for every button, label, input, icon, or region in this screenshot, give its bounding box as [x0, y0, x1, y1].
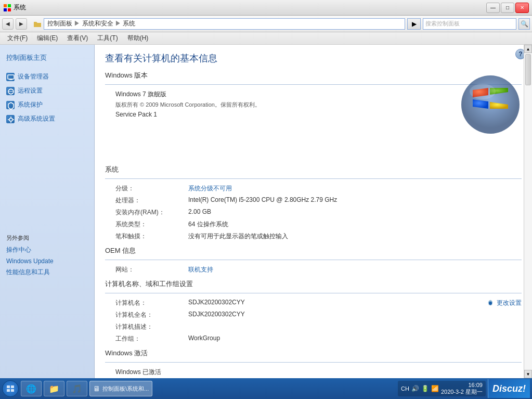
- change-settings-label: 更改设置: [497, 299, 522, 307]
- os-type-value: 64 位操作系统: [188, 220, 522, 229]
- address-box[interactable]: 控制面板 ▶ 系统和安全 ▶ 系统: [44, 18, 405, 30]
- also-see-title: 另外参阅: [0, 232, 94, 244]
- rating-row: 分级： 系统分级不可用: [105, 184, 522, 193]
- menu-tools[interactable]: 工具(T): [93, 33, 122, 44]
- svg-rect-19: [11, 385, 14, 388]
- language-indicator[interactable]: CH: [401, 385, 409, 392]
- svg-point-14: [470, 84, 496, 99]
- title-bar: 系统 — □ ✕: [0, 0, 532, 16]
- device-manager-label: 设备管理器: [18, 72, 49, 81]
- main-container: 控制面板主页 设备管理器: [0, 45, 532, 378]
- window-icon: [3, 4, 11, 12]
- computer-name-value: SDJK20200302CYY: [188, 299, 486, 306]
- media-icon: 🎵: [72, 384, 82, 394]
- title-bar-title: 系统: [14, 3, 26, 12]
- svg-point-17: [6, 384, 15, 393]
- content-area: ?: [95, 45, 532, 378]
- computer-name-label: 计算机名：: [105, 299, 188, 307]
- svg-rect-0: [4, 4, 7, 7]
- back-button[interactable]: ◀: [2, 18, 14, 30]
- system-protection-label: 系统保护: [18, 100, 43, 109]
- change-settings-button[interactable]: 更改设置: [486, 299, 522, 307]
- menu-view[interactable]: 查看(V): [63, 33, 92, 44]
- windows-update-link[interactable]: Windows Update: [0, 256, 94, 266]
- advanced-label: 高级系统设置: [18, 114, 55, 123]
- taskbar-media[interactable]: 🎵: [67, 381, 87, 396]
- close-button[interactable]: ✕: [515, 3, 529, 13]
- sidebar-item-advanced[interactable]: 高级系统设置: [0, 112, 94, 126]
- pen-touch-row: 笔和触摸： 没有可用于此显示器的笔或触控输入: [105, 232, 522, 241]
- minimize-button[interactable]: —: [486, 3, 500, 13]
- svg-rect-5: [9, 79, 12, 80]
- scrollbar[interactable]: ▲ ▼: [524, 45, 532, 378]
- taskbar-ie[interactable]: 🌐: [21, 381, 42, 396]
- sidebar-main-link[interactable]: 控制面板主页: [0, 50, 94, 66]
- windows-logo: [459, 73, 522, 136]
- sidebar-item-device-manager[interactable]: 设备管理器: [0, 70, 94, 84]
- svg-rect-2: [4, 8, 7, 11]
- computer-desc-label: 计算机描述：: [105, 323, 188, 331]
- processor-row: 处理器： Intel(R) Core(TM) i5-2300 CPU @ 2.8…: [105, 196, 522, 205]
- search-box[interactable]: 搜索控制面板: [423, 18, 516, 30]
- menu-help[interactable]: 帮助(H): [123, 33, 153, 44]
- workgroup-row: 工作组： WorkGroup: [105, 334, 522, 343]
- menu-file[interactable]: 文件(F): [3, 33, 32, 44]
- taskbar-tray: CH 🔊 🔋 📶 16:09 2020-3-2 星期一: [398, 381, 486, 396]
- divider-5: [105, 362, 522, 363]
- computer-name-row: 计算机名： SDJK20200302CYY 更改设置: [105, 299, 522, 307]
- svg-rect-20: [7, 389, 10, 392]
- page-title: 查看有关计算机的基本信息: [105, 52, 522, 65]
- ie-icon: 🌐: [26, 384, 36, 394]
- scroll-up-arrow[interactable]: ▲: [524, 45, 532, 53]
- computer-full-row: 计算机全名： SDJK20200302CYY: [105, 311, 522, 319]
- network-icon[interactable]: 📶: [431, 385, 439, 392]
- svg-rect-4: [8, 75, 14, 79]
- sidebar-item-system-protection[interactable]: 系统保护: [0, 98, 94, 112]
- scroll-down-arrow[interactable]: ▼: [524, 370, 532, 378]
- taskbar-control-panel-label: 控制面板\系统和...: [102, 385, 149, 393]
- system-protection-icon: [6, 101, 15, 109]
- workgroup-value: WorkGroup: [188, 334, 522, 342]
- website-value[interactable]: 联机支持: [188, 265, 522, 274]
- taskbar-explorer[interactable]: 📁: [44, 381, 64, 396]
- go-button[interactable]: ▶: [407, 18, 421, 30]
- performance-link[interactable]: 性能信息和工具: [0, 266, 94, 278]
- sidebar-item-remote[interactable]: 远程设置: [0, 84, 94, 98]
- computer-desc-row: 计算机描述：: [105, 323, 522, 331]
- scroll-thumb[interactable]: [525, 54, 531, 85]
- clock-time: 16:09: [441, 382, 483, 388]
- divider-3: [105, 260, 522, 260]
- windows-logo-container: [459, 73, 522, 137]
- system-title: 系统: [105, 165, 522, 174]
- forward-button[interactable]: ▶: [16, 18, 27, 30]
- divider-4: [105, 293, 522, 293]
- title-bar-left: 系统: [3, 3, 26, 12]
- start-button[interactable]: [2, 380, 19, 397]
- activation-title: Windows 激活: [105, 349, 522, 358]
- address-text: 控制面板 ▶ 系统和安全 ▶ 系统: [47, 19, 135, 28]
- battery-icon[interactable]: 🔋: [421, 385, 429, 392]
- scroll-track[interactable]: [524, 53, 532, 370]
- processor-value: Intel(R) Core(TM) i5-2300 CPU @ 2.80GHz …: [188, 196, 522, 203]
- control-panel-icon: 🖥: [93, 384, 100, 393]
- svg-rect-21: [11, 389, 14, 392]
- search-button[interactable]: 🔍: [518, 18, 530, 30]
- svg-point-8: [9, 118, 12, 121]
- action-center-link[interactable]: 操作中心: [0, 244, 94, 256]
- rating-value[interactable]: 系统分级不可用: [188, 184, 522, 193]
- website-label: 网站：: [105, 265, 188, 274]
- sidebar-also-see: 另外参阅 操作中心 Windows Update 性能信息和工具: [0, 230, 94, 280]
- svg-rect-1: [8, 4, 11, 7]
- activation-status: Windows 已激活: [105, 368, 522, 377]
- maximize-button[interactable]: □: [501, 3, 514, 13]
- sidebar-nav-section: 设备管理器 远程设置: [0, 70, 94, 126]
- menu-bar: 文件(F) 编辑(E) 查看(V) 工具(T) 帮助(H): [0, 32, 532, 45]
- explorer-icon: 📁: [49, 384, 59, 394]
- folder-icon: [33, 20, 42, 28]
- volume-icon[interactable]: 🔊: [411, 385, 419, 392]
- menu-edit[interactable]: 编辑(E): [33, 33, 62, 44]
- discuz-text: Discuz!: [492, 383, 526, 394]
- taskbar-control-panel[interactable]: 🖥 控制面板\系统和...: [89, 381, 152, 396]
- gear-icon: [486, 299, 495, 307]
- rating-label: 分级：: [105, 184, 188, 193]
